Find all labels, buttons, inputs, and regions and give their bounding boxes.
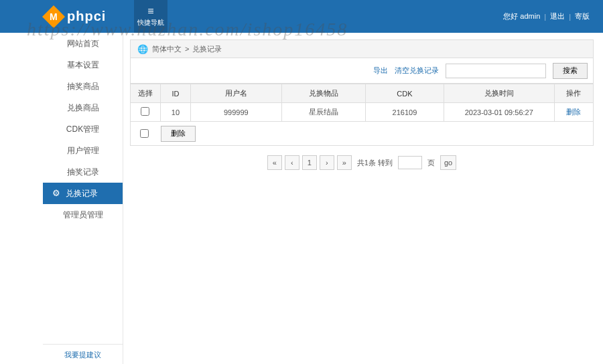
pager-next-button[interactable]: › [320, 155, 334, 170]
select-all-checkbox[interactable] [140, 129, 149, 138]
sidebar-footer: 我要提建议 [43, 344, 123, 364]
main-content: 🌐 简体中文 > 兑换记录 导出 清空兑换记录 搜索 选择 ID 用户名 兑换物… [123, 33, 603, 364]
breadcrumb: 🌐 简体中文 > 兑换记录 [130, 39, 594, 58]
table-row: 10 999999 星辰结晶 216109 2023-03-01 09:56:2… [131, 103, 594, 122]
records-table: 选择 ID 用户名 兑换物品 CDK 兑换时间 操作 10 999999 星辰结… [130, 84, 594, 122]
header-right: 您好 admin | 退出 | 寄版 [499, 0, 590, 33]
pager-go-button[interactable]: go [440, 155, 456, 170]
sidebar-item-admins[interactable]: 管理员管理 [43, 204, 123, 225]
sidebar-item-exchange-log[interactable]: ⚙ 兑换记录 [43, 183, 123, 204]
sidebar-item-exchange-goods[interactable]: 兑换商品 [43, 97, 123, 118]
header: M phpci ≡ 快捷导航 您好 admin | 退出 | 寄版 [0, 0, 603, 33]
breadcrumb-current: 兑换记录 [192, 44, 222, 54]
pagination: « ‹ 1 › » 共1条 转到 页 go [130, 155, 594, 170]
logo-text: phpci [67, 9, 106, 24]
search-button[interactable]: 搜索 [553, 63, 588, 79]
globe-icon: 🌐 [137, 44, 148, 54]
sidebar-item-lottery-log[interactable]: 抽奖记录 [43, 161, 123, 183]
cell-user: 999999 [190, 103, 281, 122]
cell-cdk: 216109 [366, 103, 444, 122]
breadcrumb-separator: > [185, 45, 189, 53]
cell-item: 星辰结晶 [281, 103, 365, 122]
th-user: 用户名 [190, 84, 281, 103]
th-id: ID [160, 84, 190, 103]
pager-goto-input[interactable] [398, 156, 422, 169]
th-cdk: CDK [366, 84, 444, 103]
list-icon: ≡ [147, 6, 153, 17]
breadcrumb-root[interactable]: 简体中文 [152, 44, 182, 54]
separator: | [544, 13, 546, 21]
gear-icon: ⚙ [52, 183, 60, 204]
th-item: 兑换物品 [281, 84, 365, 103]
pager-prev-button[interactable]: ‹ [285, 155, 299, 170]
clear-link[interactable]: 清空兑换记录 [395, 66, 439, 76]
logo-badge-icon: M [42, 5, 65, 28]
export-link[interactable]: 导出 [373, 66, 388, 76]
row-delete-link[interactable]: 删除 [566, 108, 581, 116]
toolbar: 导出 清空兑换记录 搜索 [130, 58, 594, 84]
th-op: 操作 [554, 84, 593, 103]
quick-nav-label: 快捷导航 [137, 18, 164, 27]
cell-time: 2023-03-01 09:56:27 [444, 103, 554, 122]
sidebar-item-settings[interactable]: 基本设置 [43, 54, 123, 76]
sidebar: 网站首页 基本设置 抽奖商品 兑换商品 CDK管理 用户管理 抽奖记录 ⚙ 兑换… [43, 33, 123, 364]
th-select: 选择 [131, 84, 161, 103]
cell-id: 10 [160, 103, 190, 122]
sidebar-item-cdk[interactable]: CDK管理 [43, 118, 123, 140]
search-input[interactable] [446, 64, 546, 78]
pager-last-button[interactable]: » [337, 155, 352, 170]
feedback-link[interactable]: 我要提建议 [64, 351, 101, 359]
bulk-action-row: 删除 [130, 122, 594, 146]
pager-total-text: 共1条 转到 [357, 158, 393, 168]
sidebar-item-users[interactable]: 用户管理 [43, 140, 123, 161]
site-link[interactable]: 寄版 [575, 11, 590, 21]
th-time: 兑换时间 [444, 84, 554, 103]
quick-nav-button[interactable]: ≡ 快捷导航 [134, 0, 168, 33]
logout-link[interactable]: 退出 [550, 11, 565, 21]
bulk-delete-button[interactable]: 删除 [161, 126, 196, 142]
sidebar-item-home[interactable]: 网站首页 [43, 33, 123, 54]
pager-first-button[interactable]: « [267, 155, 282, 170]
row-checkbox[interactable] [141, 107, 149, 116]
logo[interactable]: M phpci [0, 9, 106, 25]
sidebar-item-label: 兑换记录 [66, 183, 98, 204]
pager-page-button[interactable]: 1 [302, 155, 317, 170]
sidebar-item-lottery-goods[interactable]: 抽奖商品 [43, 76, 123, 97]
separator: | [569, 13, 571, 21]
greeting-text: 您好 admin [503, 11, 540, 21]
pager-suffix-text: 页 [427, 158, 435, 168]
